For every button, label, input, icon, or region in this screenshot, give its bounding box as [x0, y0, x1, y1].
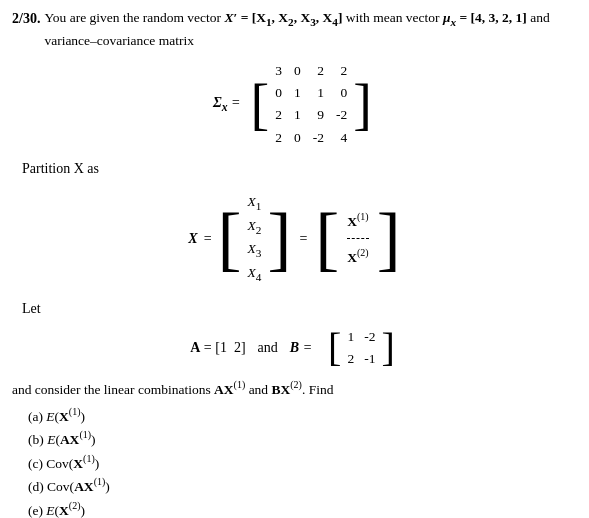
sigma-bracket-left: [ [251, 76, 270, 132]
intro-text: You are given the random vector [44, 10, 221, 25]
partition-bracket-left: [ [315, 208, 339, 269]
part-b: (b) E(AX(1)) [28, 427, 577, 450]
m13: 0 [336, 83, 347, 103]
ab-section: A = [1 2] and B = [ 1 -2 2 -1 ] [12, 325, 577, 372]
part-e: (e) E(X(2)) [28, 498, 577, 519]
b-bracket-right: ] [381, 328, 394, 368]
m01: 0 [294, 61, 301, 81]
partition-bracket-right: ] [377, 208, 401, 269]
x-variable: X [188, 228, 197, 249]
x-partition-section: X = [ X1 X2 X3 X4 ] = [ X(1) X(2) ] [12, 187, 577, 290]
partition-vector: X(1) X(2) [339, 201, 376, 276]
dashed-divider [347, 238, 368, 239]
m23: -2 [336, 105, 347, 125]
m33: 4 [336, 128, 347, 148]
sigma-label: Σx = [213, 92, 240, 116]
m00: 3 [275, 61, 282, 81]
m12: 1 [313, 83, 324, 103]
b01: -2 [364, 327, 375, 347]
partition-equals-sign: = [299, 228, 307, 249]
b00: 1 [347, 327, 354, 347]
with-text: with mean vector [346, 10, 440, 25]
m03: 2 [336, 61, 347, 81]
header-text: You are given the random vector X′ = [X1… [44, 8, 577, 51]
a-def: A = [1 2] [190, 337, 245, 358]
b-matrix-container: [ 1 -2 2 -1 ] [328, 325, 395, 372]
m22: 9 [313, 105, 324, 125]
m31: 0 [294, 128, 301, 148]
x-prime: X′ = [X1, X2, X3, X4] [224, 10, 345, 25]
b11: -1 [364, 349, 375, 369]
m11: 1 [294, 83, 301, 103]
m10: 0 [275, 83, 282, 103]
problem-header: 2/30. You are given the random vector X′… [12, 8, 577, 51]
part-c: (c) Cov(X(1)) [28, 451, 577, 474]
let-text: Let [22, 301, 41, 316]
part-a: (a) E(X(1)) [28, 404, 577, 427]
sigma-bracket-right: ] [353, 76, 372, 132]
sigma-matrix-grid: 3 0 2 2 0 1 1 0 2 1 9 -2 2 0 -2 4 [269, 59, 353, 150]
b-matrix-grid: 1 -2 2 -1 [341, 325, 381, 372]
m30: 2 [275, 128, 282, 148]
x2-elem: X2 [248, 215, 262, 239]
b-bracket-left: [ [328, 328, 341, 368]
x3-elem: X3 [248, 238, 262, 262]
parts-list: (a) E(X(1)) (b) E(AX(1)) (c) Cov(X(1)) (… [12, 404, 577, 518]
partition-text: Partition X as [22, 161, 99, 176]
m20: 2 [275, 105, 282, 125]
x2-partition: X(2) [347, 241, 368, 272]
x-equals-sign: = [204, 228, 212, 249]
x-vector-grid: X1 X2 X3 X4 [242, 187, 268, 290]
mu-label: μx = [4, 3, 2, 1] [443, 10, 530, 25]
sigma-section: Σx = [ 3 0 2 2 0 1 1 0 2 1 9 -2 2 0 -2 4… [12, 59, 577, 150]
m21: 1 [294, 105, 301, 125]
sigma-matrix-container: [ 3 0 2 2 0 1 1 0 2 1 9 -2 2 0 -2 4 ] [251, 59, 372, 150]
b10: 2 [347, 349, 354, 369]
let-section: Let [22, 298, 577, 319]
part-d: (d) Cov(AX(1)) [28, 474, 577, 497]
x1-partition: X(1) [347, 205, 368, 236]
problem-number: 2/30. [12, 8, 40, 29]
m32: -2 [313, 128, 324, 148]
and-text: and [258, 337, 278, 358]
m02: 2 [313, 61, 324, 81]
consider-text: and consider the linear combinations AX(… [12, 377, 577, 400]
partition-label: Partition X as [22, 158, 577, 179]
x1-elem: X1 [248, 191, 262, 215]
x-bracket-right: ] [267, 208, 291, 269]
b-label: B = [290, 337, 312, 358]
x4-elem: X4 [248, 262, 262, 286]
x-bracket-left: [ [218, 208, 242, 269]
